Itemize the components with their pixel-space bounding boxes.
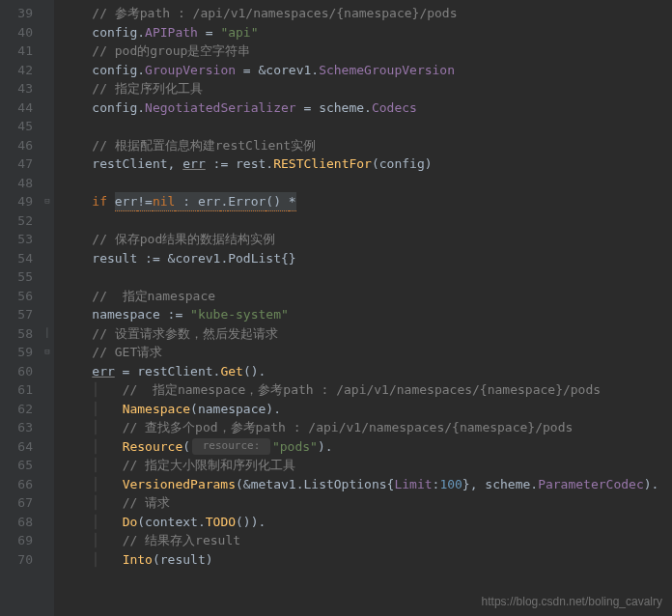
code-line[interactable]: // pod的group是空字符串	[62, 42, 672, 61]
line-number: 61	[4, 380, 33, 400]
code-area[interactable]: // 参考path : /api/v1/namespaces/{namespac…	[54, 0, 672, 616]
fold-marker	[41, 493, 54, 513]
code-token: ().	[243, 362, 266, 381]
line-number: 52	[4, 211, 33, 231]
fold-marker[interactable]: ⊟	[41, 343, 54, 362]
code-token: // 保存pod结果的数据结构实例	[92, 230, 275, 249]
code-token: RESTClientFor	[273, 154, 372, 174]
code-line[interactable]: │ // 结果存入result	[62, 531, 672, 550]
code-line[interactable]: │ // 请求	[62, 493, 672, 513]
fold-marker	[41, 23, 54, 42]
code-token	[62, 98, 92, 118]
code-token: namespace	[92, 305, 159, 324]
code-line[interactable]: // 保存pod结果的数据结构实例	[62, 230, 672, 249]
code-line[interactable]: │ Do(context.TODO()).	[62, 513, 672, 532]
code-token: ListOptions	[303, 475, 386, 494]
code-token: // 参考path : /api/v1/namespaces/{namespac…	[92, 4, 457, 23]
code-line[interactable]	[62, 211, 672, 231]
code-token	[62, 437, 92, 457]
code-token	[62, 493, 92, 513]
code-token: │	[92, 380, 122, 400]
code-line[interactable]: │ VersionedParams(&metav1.ListOptions{Li…	[62, 475, 672, 494]
code-line[interactable]: │ Into(result)	[62, 550, 672, 570]
code-line[interactable]: config.NegotiatedSerializer = scheme.Cod…	[62, 98, 672, 118]
fold-marker[interactable]: │	[41, 324, 54, 344]
code-line[interactable]: restClient, err := rest.RESTClientFor(co…	[62, 154, 672, 174]
line-number: 48	[4, 174, 33, 193]
code-line[interactable]: // 根据配置信息构建restClient实例	[62, 136, 672, 155]
code-line[interactable]: │ Namespace(namespace).	[62, 400, 672, 419]
code-token: namespace	[198, 400, 266, 419]
line-number: 66	[4, 475, 33, 494]
code-token: err	[182, 154, 205, 174]
code-token: context	[145, 513, 198, 532]
code-token	[62, 117, 70, 136]
code-line[interactable]: if err!=nil : err.Error() *	[62, 192, 672, 211]
code-line[interactable]: namespace := "kube-system"	[62, 305, 672, 324]
code-line[interactable]: // 参考path : /api/v1/namespaces/{namespac…	[62, 4, 672, 23]
line-number: 46	[4, 136, 33, 155]
code-line[interactable]: │ // 查找多个pod，参考path : /api/v1/namespaces…	[62, 418, 672, 437]
code-token: corev1	[266, 61, 311, 80]
code-token: │	[92, 456, 122, 475]
code-line[interactable]	[62, 117, 672, 136]
code-token: Error	[228, 192, 266, 212]
fold-marker	[41, 4, 54, 23]
fold-marker	[41, 174, 54, 193]
code-token: .	[198, 513, 206, 532]
code-line[interactable]	[62, 267, 672, 287]
line-number: 62	[4, 400, 33, 419]
fold-marker	[41, 61, 54, 80]
code-token	[62, 400, 92, 419]
code-line[interactable]: // 指定namespace	[62, 287, 672, 306]
line-number: 47	[4, 154, 33, 174]
code-token	[62, 513, 92, 532]
code-token: Into	[123, 550, 153, 570]
fold-marker	[41, 475, 54, 494]
code-line[interactable]: // 设置请求参数，然后发起请求	[62, 324, 672, 344]
fold-marker	[41, 418, 54, 437]
fold-marker[interactable]: ⊟	[41, 192, 54, 211]
code-token: ,	[168, 154, 183, 174]
code-line[interactable]: config.APIPath = "api"	[62, 23, 672, 42]
line-number: 45	[4, 117, 33, 136]
code-token: ()).	[236, 513, 266, 532]
line-number: 67	[4, 493, 33, 513]
code-token	[62, 154, 92, 174]
code-line[interactable]: // GET请求	[62, 343, 672, 362]
code-token	[62, 456, 92, 475]
line-number: 69	[4, 531, 33, 550]
code-line[interactable]: config.GroupVersion = &corev1.SchemeGrou…	[62, 61, 672, 80]
code-token	[62, 550, 92, 570]
code-token: )	[425, 154, 433, 174]
code-line[interactable]: err = restClient.Get().	[62, 362, 672, 381]
code-line[interactable]	[62, 174, 672, 193]
code-line[interactable]: result := &corev1.PodList{}	[62, 249, 672, 268]
code-token: // 根据配置信息构建restClient实例	[92, 136, 316, 155]
code-token: ).	[644, 475, 659, 494]
code-token: restClient	[137, 362, 212, 381]
code-token: = &	[236, 61, 266, 80]
code-token: rest	[236, 154, 266, 174]
code-token: Namespace	[123, 400, 190, 419]
watermark: https://blog.csdn.net/boling_cavalry	[482, 593, 662, 610]
code-token: // pod的group是空字符串	[92, 42, 250, 61]
code-token: scheme	[485, 475, 530, 494]
code-editor[interactable]: 3940414243444546474849525354555657585960…	[0, 0, 672, 616]
code-token: // 结果存入result	[123, 531, 240, 550]
code-line[interactable]: // 指定序列化工具	[62, 79, 672, 98]
fold-marker	[41, 42, 54, 61]
line-number: 70	[4, 550, 33, 570]
fold-marker	[41, 211, 54, 231]
code-token: err	[92, 362, 114, 381]
code-token	[62, 324, 92, 344]
code-line[interactable]: │ // 指定namespace，参考path : /api/v1/namesp…	[62, 380, 672, 400]
code-token: := &	[137, 249, 175, 268]
code-token: │	[92, 493, 122, 513]
line-number: 53	[4, 230, 33, 249]
code-token	[62, 418, 92, 437]
code-line[interactable]: │ Resource( resource: "pods").	[62, 437, 672, 457]
fold-column[interactable]: ⊟│⊟	[41, 0, 54, 616]
code-line[interactable]: │ // 指定大小限制和序列化工具	[62, 456, 672, 475]
code-token: metav1	[251, 475, 296, 494]
